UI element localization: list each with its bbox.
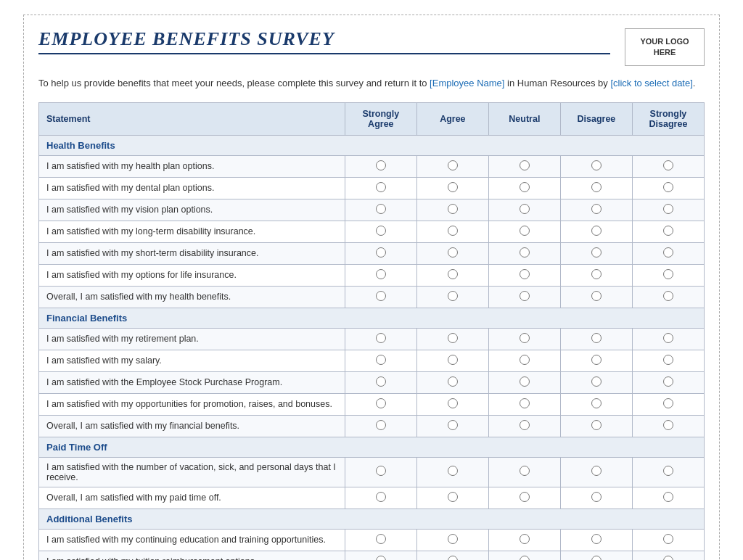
rating-radio[interactable]	[376, 269, 386, 279]
rating-radio[interactable]	[448, 492, 458, 502]
rating-radio[interactable]	[376, 226, 386, 236]
rating-radio[interactable]	[376, 398, 386, 408]
rating-radio[interactable]	[591, 204, 602, 214]
radio-cell	[416, 155, 488, 177]
rating-radio[interactable]	[448, 376, 458, 387]
rating-radio[interactable]	[520, 398, 530, 408]
radio-cell	[416, 551, 488, 560]
rating-radio[interactable]	[376, 556, 386, 561]
rating-radio[interactable]	[448, 534, 458, 544]
rating-radio[interactable]	[591, 226, 602, 236]
radio-cell	[416, 264, 488, 286]
rating-radio[interactable]	[663, 160, 673, 170]
rating-radio[interactable]	[448, 269, 458, 279]
column-neutral: Neutral	[488, 102, 560, 135]
rating-radio[interactable]	[663, 398, 673, 408]
rating-radio[interactable]	[663, 492, 673, 502]
rating-radio[interactable]	[376, 492, 386, 502]
table-row: I am satisfied with my long-term disabil…	[39, 221, 705, 242]
rating-radio[interactable]	[448, 556, 458, 561]
rating-radio[interactable]	[663, 182, 673, 192]
rating-radio[interactable]	[376, 466, 386, 476]
employee-name-link[interactable]: [Employee Name]	[430, 78, 504, 88]
rating-radio[interactable]	[663, 534, 673, 544]
radio-cell	[560, 328, 632, 350]
rating-radio[interactable]	[663, 376, 673, 387]
rating-radio[interactable]	[376, 182, 386, 192]
rating-radio[interactable]	[520, 226, 530, 236]
rating-radio[interactable]	[376, 355, 386, 365]
rating-radio[interactable]	[376, 420, 386, 430]
rating-radio[interactable]	[663, 556, 673, 561]
statement-cell: I am satisfied with the Employee Stock P…	[39, 371, 345, 393]
rating-radio[interactable]	[663, 420, 673, 430]
radio-cell	[345, 551, 416, 560]
rating-radio[interactable]	[520, 420, 530, 430]
rating-radio[interactable]	[448, 466, 458, 476]
rating-radio[interactable]	[663, 247, 673, 258]
rating-radio[interactable]	[591, 333, 602, 343]
rating-radio[interactable]	[520, 534, 530, 544]
rating-radio[interactable]	[591, 492, 602, 502]
rating-radio[interactable]	[663, 226, 673, 236]
rating-radio[interactable]	[663, 269, 673, 279]
rating-radio[interactable]	[448, 291, 458, 301]
rating-radio[interactable]	[376, 160, 386, 170]
rating-radio[interactable]	[448, 355, 458, 365]
rating-radio[interactable]	[448, 160, 458, 170]
rating-radio[interactable]	[520, 247, 530, 258]
rating-radio[interactable]	[376, 204, 386, 214]
radio-cell	[632, 371, 704, 393]
rating-radio[interactable]	[448, 398, 458, 408]
rating-radio[interactable]	[376, 376, 386, 387]
rating-radio[interactable]	[591, 269, 602, 279]
rating-radio[interactable]	[520, 182, 530, 192]
rating-radio[interactable]	[520, 291, 530, 301]
radio-cell	[345, 242, 416, 264]
rating-radio[interactable]	[448, 204, 458, 214]
statement-cell: Overall, I am satisfied with my financia…	[39, 415, 345, 437]
statement-cell: I am satisfied with my vision plan optio…	[39, 199, 345, 221]
rating-radio[interactable]	[591, 556, 602, 561]
rating-radio[interactable]	[591, 398, 602, 408]
rating-radio[interactable]	[448, 226, 458, 236]
radio-cell	[345, 221, 416, 242]
rating-radio[interactable]	[520, 355, 530, 365]
radio-cell	[416, 350, 488, 371]
rating-radio[interactable]	[520, 333, 530, 343]
rating-radio[interactable]	[448, 333, 458, 343]
table-row: I am satisfied with my dental plan optio…	[39, 177, 705, 199]
rating-radio[interactable]	[376, 333, 386, 343]
rating-radio[interactable]	[663, 333, 673, 343]
rating-radio[interactable]	[520, 376, 530, 387]
rating-radio[interactable]	[591, 420, 602, 430]
rating-radio[interactable]	[376, 247, 386, 258]
rating-radio[interactable]	[591, 247, 602, 258]
rating-radio[interactable]	[520, 466, 530, 476]
rating-radio[interactable]	[591, 355, 602, 365]
statement-cell: I am satisfied with my health plan optio…	[39, 155, 345, 177]
date-link[interactable]: [click to select date]	[610, 78, 692, 88]
rating-radio[interactable]	[591, 466, 602, 476]
rating-radio[interactable]	[520, 269, 530, 279]
rating-radio[interactable]	[663, 204, 673, 214]
rating-radio[interactable]	[448, 182, 458, 192]
rating-radio[interactable]	[520, 492, 530, 502]
rating-radio[interactable]	[520, 160, 530, 170]
column-strongly-agree: Strongly Agree	[345, 102, 416, 135]
rating-radio[interactable]	[448, 247, 458, 258]
rating-radio[interactable]	[376, 291, 386, 301]
rating-radio[interactable]	[520, 556, 530, 561]
rating-radio[interactable]	[520, 204, 530, 214]
rating-radio[interactable]	[591, 182, 602, 192]
rating-radio[interactable]	[591, 160, 602, 170]
rating-radio[interactable]	[591, 534, 602, 544]
radio-cell	[345, 286, 416, 308]
rating-radio[interactable]	[591, 291, 602, 301]
rating-radio[interactable]	[591, 376, 602, 387]
rating-radio[interactable]	[376, 534, 386, 544]
rating-radio[interactable]	[448, 420, 458, 430]
rating-radio[interactable]	[663, 355, 673, 365]
rating-radio[interactable]	[663, 291, 673, 301]
rating-radio[interactable]	[663, 466, 673, 476]
